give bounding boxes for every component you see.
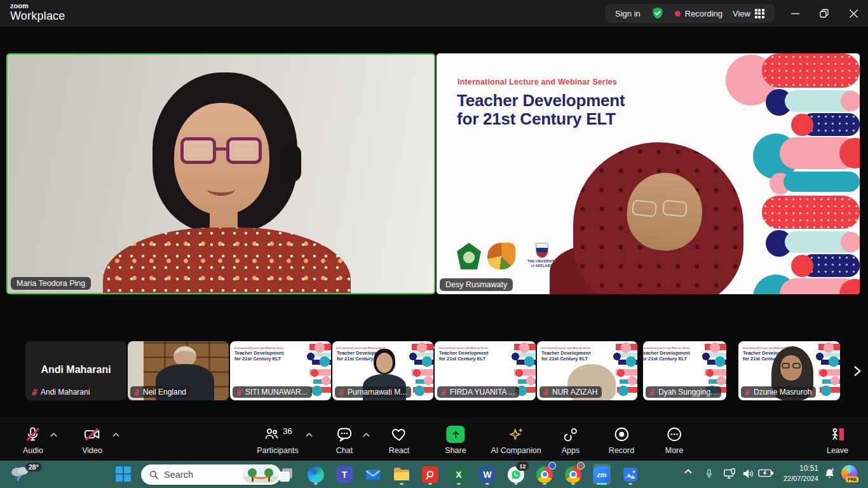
taskbar-word[interactable]: W (478, 464, 496, 485)
taskbar-zoom[interactable]: zm (593, 464, 611, 485)
security-shield-icon[interactable] (651, 6, 665, 20)
more-button[interactable]: More (665, 426, 683, 455)
thumbnail-andi[interactable]: Andi Maharani Andi Maharani (25, 341, 126, 400)
brand-zoom: zoom (10, 3, 65, 10)
chrome-profile-avatar (577, 462, 585, 470)
thumbnail-nur[interactable]: International Lecture and Webinar Series… (537, 341, 637, 400)
notification-bell-icon[interactable]: z (824, 467, 836, 480)
taskbar-excel[interactable]: X (450, 464, 468, 485)
video-tile-desy[interactable]: International Lecture and Webinar Series… (437, 53, 860, 294)
muted-mic-icon (542, 388, 550, 396)
taskbar-explorer[interactable] (393, 464, 410, 485)
taskbar-photos[interactable] (621, 464, 639, 485)
sign-in-button[interactable]: Sign in (615, 9, 641, 18)
search-input[interactable] (164, 470, 243, 480)
clock-date: 22/07/2024 (774, 474, 818, 483)
chat-options-chevron[interactable] (362, 432, 370, 438)
thumbnail-purnamawati[interactable]: International Lecture and Webinar Series… (332, 341, 433, 400)
copilot-pre-badge: PRE (846, 477, 858, 482)
teams-icon: T (336, 466, 353, 483)
participant-name-badge: SITI MUNAWAR... (233, 386, 312, 398)
tray-mic-icon[interactable] (704, 467, 714, 480)
taskbar-whatsapp[interactable]: 12 (507, 464, 525, 485)
search-box[interactable] (141, 464, 281, 485)
thumbnail-dzunie[interactable]: International Lecture and Webinar Series… (738, 341, 840, 400)
camera-muted-icon (84, 426, 101, 443)
chrome-profile-avatar (548, 462, 556, 470)
search-highlight-image[interactable] (243, 466, 278, 483)
chevron-right-icon (851, 363, 864, 379)
slide-title: Teacher Development for 21st Century ELT (457, 92, 625, 128)
university-logo-icon (457, 243, 481, 269)
share-button[interactable]: Share (445, 426, 466, 455)
minimize-button[interactable] (780, 0, 810, 27)
leave-door-icon (829, 426, 846, 443)
thumbnail-neil[interactable]: Neil England (128, 341, 229, 400)
view-label: View (733, 9, 750, 18)
participants-button[interactable]: 36 Participants (257, 426, 298, 455)
taskbar-acrobat[interactable] (421, 464, 439, 485)
meeting-toolbar: Audio Video 36 Participants Chat (0, 418, 868, 461)
tray-expand-chevron[interactable] (684, 468, 693, 475)
taskbar-teams[interactable]: T (336, 464, 353, 485)
participant-name-badge: Dzunie Masruroh (741, 386, 816, 398)
task-view-icon (279, 466, 295, 483)
video-options-chevron[interactable] (112, 432, 120, 438)
tray-battery-icon[interactable] (758, 468, 773, 478)
taskbar-mail[interactable] (364, 464, 382, 485)
mascot-logo-icon (487, 243, 515, 269)
muted-mic-icon (440, 388, 448, 396)
heart-icon (391, 426, 408, 443)
taskbar-chrome-1[interactable] (536, 464, 553, 485)
video-stage: Maria Teodora Ping (0, 27, 868, 339)
view-button[interactable]: View (733, 9, 764, 18)
recording-indicator[interactable]: Recording (675, 9, 722, 18)
meeting-status-bar: Sign in Recording View (605, 4, 775, 23)
thumbnail-dyah[interactable]: International Lecture and Webinar Series… (643, 341, 726, 400)
participant-name-badge: NUR AZIZAH (539, 386, 602, 398)
edge-icon (308, 466, 324, 483)
audio-options-chevron[interactable] (50, 432, 58, 438)
acrobat-icon (422, 466, 438, 483)
file-explorer-icon (393, 466, 410, 483)
recording-label: Recording (685, 9, 722, 18)
task-view-button[interactable] (278, 464, 296, 485)
institution-logos: THE UNIVERSITYof ADELAIDE (457, 243, 562, 269)
video-button[interactable]: Video (82, 426, 102, 455)
word-icon: W (479, 466, 496, 483)
react-button[interactable]: React (389, 426, 410, 455)
whatsapp-badge: 12 (516, 461, 529, 471)
thumbnail-siti[interactable]: International Lecture and Webinar Series… (230, 341, 331, 400)
excel-icon: X (451, 466, 467, 483)
participants-options-chevron[interactable] (305, 432, 313, 438)
windows-taskbar: 28° T (0, 461, 868, 488)
tray-display-icon[interactable] (723, 468, 736, 480)
gallery-grid-icon (755, 9, 764, 18)
chat-button[interactable]: Chat (336, 426, 353, 455)
close-button[interactable] (839, 0, 868, 27)
zoom-app-icon: zm (593, 466, 610, 483)
video-tile-maria[interactable]: Maria Teodora Ping (6, 53, 435, 294)
filmstrip-next-button[interactable] (849, 362, 865, 380)
thumbnail-firda[interactable]: International Lecture and Webinar Series… (435, 341, 536, 400)
participant-name-badge: Neil England (130, 386, 191, 398)
ai-companion-button[interactable]: AI Companion (491, 426, 541, 455)
muted-mic-icon (235, 388, 243, 396)
zoom-meeting-window: zoom Workplace Sign in Recording View (0, 0, 868, 488)
taskbar-chrome-2[interactable] (564, 464, 582, 485)
leave-button[interactable]: Leave (827, 426, 848, 455)
record-button[interactable]: Record (609, 426, 634, 455)
apps-button[interactable]: Apps (562, 426, 580, 455)
more-ellipsis-icon (665, 426, 682, 443)
mail-icon (365, 466, 381, 483)
slide-series-label: International Lecture and Webinar Series (458, 78, 617, 86)
system-tray (674, 461, 868, 488)
taskbar-clock[interactable]: 10:51 22/07/2024 (774, 464, 818, 483)
restore-button[interactable] (810, 0, 839, 27)
weather-widget[interactable]: 28° (9, 463, 42, 486)
tray-volume-icon[interactable] (742, 468, 754, 479)
start-button[interactable] (116, 466, 131, 482)
share-screen-icon (446, 426, 465, 443)
audio-button[interactable]: Audio (23, 426, 43, 455)
taskbar-edge[interactable] (307, 464, 325, 485)
